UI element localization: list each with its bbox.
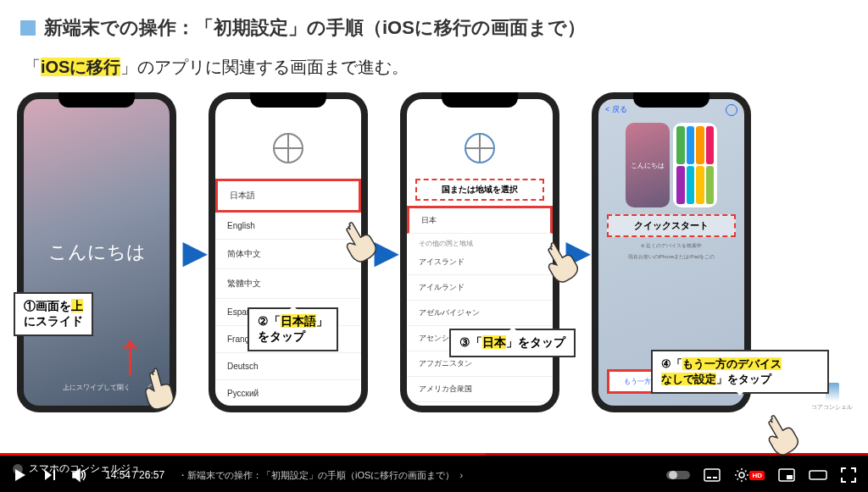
callout-text: ②「 [258,314,281,328]
globe-icon [465,133,495,163]
video-content: 新端末での操作：「初期設定」の手順（iOSに移行の画面まで） 「iOSに移行」の… [0,0,868,456]
subtitle-post: 」のアプリに関連する画面まで進む。 [120,58,409,76]
up-arrow-icon: ↑ [115,339,145,368]
svg-rect-8 [810,471,826,479]
accessibility-icon [726,104,737,116]
quickstart-sub1: ⊕ 近くのデバイスを検索中 [598,240,744,252]
callout-highlight: 日本語 [281,314,316,328]
callout-step-4: ④「もう一方のデバイスなしで設定」をタップ [651,350,829,394]
old-phone-text: こんにちは [631,161,665,170]
back-button: < 戻る [605,104,627,115]
svg-rect-2 [704,469,720,481]
channel-icon [12,463,24,475]
miniplayer-button[interactable] [778,468,795,482]
callout-highlight: なしで設定 [661,373,716,385]
language-item: 繁體中文 [215,269,361,299]
screen-hello: こんにちは 上にスワイプして開く i [24,99,170,406]
region-item: アゼルバイジャン [407,301,553,326]
screen-language: 日本語 English 简体中文 繁體中文 Español Français D… [215,99,361,406]
callout-text: をタップ [258,329,305,343]
arrow-right-icon: ▶ [566,235,585,270]
channel-label: スマホのコンシェルジュ [29,462,141,476]
globe-icon [273,133,303,163]
callout-text: 」をタップ [716,373,771,385]
progress-bar[interactable] [0,453,868,456]
notch-icon [442,92,518,108]
theater-button[interactable] [809,468,827,482]
region-item: アイルランド [407,275,553,301]
quickstart-title: クイックスタート [607,214,736,237]
arrow-right-icon: ▶ [183,235,202,270]
svg-rect-4 [713,477,717,478]
autoplay-toggle[interactable] [666,469,690,481]
region-subheader: その他の国と地域 [407,234,553,250]
slide-subtitle: 「iOSに移行」のアプリに関連する画面まで進む。 [0,47,868,89]
chapter-text: ・新端末での操作：「初期設定」の手順（iOSに移行の画面まで） [178,470,454,480]
callout-text: にスライド [24,314,83,328]
hd-badge: HD [749,471,765,480]
info-icon: i [147,384,159,395]
phone-3: 国または地域を選択 日本 その他の国と地域 アイスランド アイルランド アゼルバ… [400,92,559,412]
quickstart-preview: こんにちは [598,123,744,207]
callout-text: ③「 [459,335,482,349]
callout-highlight: 上 [71,299,83,312]
screen-region: 国または地域を選択 日本 その他の国と地域 アイスランド アイルランド アゼルバ… [407,99,553,406]
language-item: 简体中文 [215,240,361,269]
notch-icon [250,92,326,108]
app-icon [696,166,704,204]
region-item: アメリカ合衆国 [407,377,553,402]
callout-step-1: ①画面を上にスライド [14,292,93,336]
subtitle-pre: 「 [24,58,41,76]
callout-text: 」 [316,314,328,328]
arrow-right-icon: ▶ [375,235,393,270]
notch-icon [58,92,135,108]
phone-1: こんにちは 上にスワイプして開く i [17,92,176,412]
callout-highlight: もう一方のデバイス [682,357,782,370]
language-item: Русский [215,380,361,406]
region-item: アイスランド [407,250,553,275]
callout-text: ④「 [661,357,682,370]
settings-button[interactable]: HD [734,467,765,483]
svg-point-1 [669,471,677,479]
notch-icon [633,92,709,108]
old-phone-icon: こんにちは [626,123,670,207]
language-item: Deutsch [215,353,361,380]
svg-rect-7 [787,475,793,479]
app-icon [676,126,685,164]
slide-title-bar: 新端末での操作：「初期設定」の手順（iOSに移行の画面まで） [0,0,868,47]
phone-2: 日本語 English 简体中文 繁體中文 Español Français D… [209,92,368,412]
chapter-title[interactable]: ・新端末での操作：「初期設定」の手順（iOSに移行の画面まで） › [178,469,463,482]
hello-text: こんにちは [48,240,146,265]
title-bullet-icon [20,20,36,36]
app-icon [696,126,704,164]
fullscreen-button[interactable] [841,467,856,483]
svg-point-9 [13,464,23,474]
brand-label: コアコンシェル [811,404,853,410]
new-phone-icon [673,123,717,207]
app-icon [706,126,715,164]
subtitle-highlight: iOSに移行 [41,58,120,76]
app-icon [706,166,715,204]
region-item: アラブ首長国連邦 [407,402,553,406]
language-item: English [215,213,361,240]
callout-text: 」をタップ [506,335,565,349]
app-icon [676,166,685,204]
callout-step-3: ③「日本」をタップ [449,329,576,357]
callout-highlight: 日本 [482,335,506,349]
app-icon [687,166,695,204]
region-header: 国または地域を選択 [415,179,544,201]
language-item-japanese: 日本語 [215,179,361,213]
total-time: 26:57 [139,469,164,481]
callout-text: ①画面を [24,299,71,312]
region-item-japan: 日本 [407,206,553,234]
svg-rect-3 [707,477,711,478]
quickstart-sub2: 現在お使いのiPhoneまたはiPadをこの [598,252,744,263]
app-icon [687,126,695,164]
callout-step-2: ②「日本語」をタップ [248,307,338,351]
svg-point-5 [739,473,744,478]
slide-title: 新端末での操作：「初期設定」の手順（iOSに移行の画面まで） [44,15,586,41]
captions-button[interactable] [704,468,721,482]
channel-name[interactable]: スマホのコンシェルジュ [12,462,141,476]
